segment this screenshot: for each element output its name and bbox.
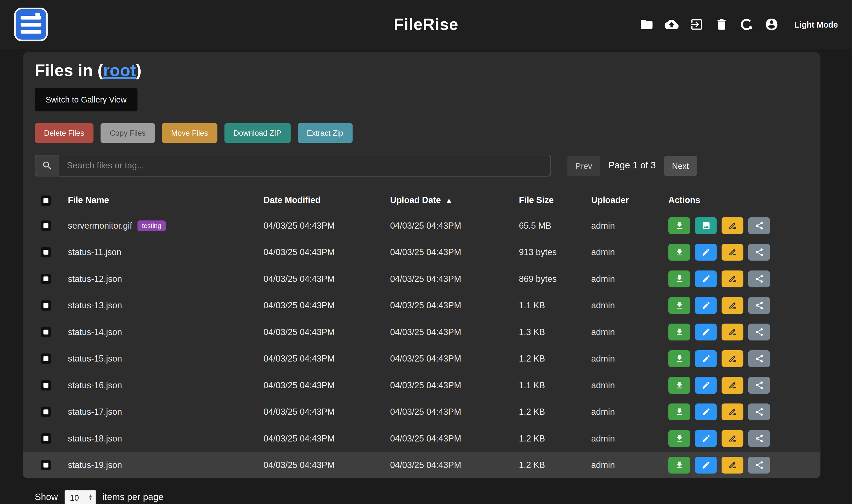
share-button[interactable] — [748, 457, 770, 473]
edit-button[interactable] — [695, 377, 717, 394]
download-button[interactable] — [668, 457, 690, 473]
date-modified-cell: 04/03/25 04:43PM — [263, 380, 390, 390]
usage-icon[interactable] — [739, 17, 754, 32]
row-checkbox[interactable] — [41, 380, 51, 391]
delete-files-button[interactable]: Delete Files — [35, 123, 93, 143]
trash-icon[interactable] — [714, 17, 729, 32]
download-button[interactable] — [668, 403, 690, 420]
rename-button[interactable] — [721, 430, 743, 447]
edit-button[interactable] — [695, 297, 717, 314]
items-per-page-select[interactable]: 10 ▲▼ — [65, 490, 96, 504]
row-checkbox[interactable] — [41, 353, 51, 364]
rename-button[interactable] — [721, 403, 743, 420]
select-all-checkbox[interactable] — [41, 195, 51, 205]
row-checkbox[interactable] — [41, 460, 51, 470]
download-button[interactable] — [668, 244, 690, 261]
next-page-button[interactable]: Next — [664, 156, 697, 176]
header-date-modified[interactable]: Date Modified — [263, 195, 390, 205]
header-uploader[interactable]: Uploader — [591, 195, 668, 205]
items-per-page-label: items per page — [103, 492, 164, 503]
edit-button[interactable] — [695, 350, 717, 367]
logout-icon[interactable] — [689, 17, 703, 32]
share-button[interactable] — [748, 430, 770, 447]
file-name[interactable]: status-19.json — [68, 460, 122, 470]
edit-button[interactable] — [695, 244, 717, 261]
file-name[interactable]: status-13.json — [68, 301, 122, 310]
file-name[interactable]: status-16.json — [68, 380, 122, 390]
share-button[interactable] — [748, 270, 770, 287]
share-button[interactable] — [748, 403, 770, 420]
file-name[interactable]: status-12.json — [68, 274, 122, 284]
header-file-size[interactable]: File Size — [519, 195, 591, 205]
rename-button[interactable] — [721, 297, 743, 314]
download-button[interactable] — [668, 377, 690, 394]
table-row: status-19.json 04/03/25 04:43PM 04/03/25… — [23, 452, 820, 479]
cloud-upload-icon[interactable] — [664, 17, 679, 32]
row-checkbox[interactable] — [41, 247, 51, 257]
file-name[interactable]: status-17.json — [68, 407, 122, 417]
file-size-cell: 1.1 KB — [519, 301, 591, 310]
row-checkbox[interactable] — [41, 300, 51, 310]
prev-page-button[interactable]: Prev — [567, 156, 600, 176]
date-modified-cell: 04/03/25 04:43PM — [263, 460, 390, 470]
rename-button[interactable] — [721, 244, 743, 261]
row-checkbox[interactable] — [41, 407, 51, 417]
table-row: status-12.json 04/03/25 04:43PM 04/03/25… — [23, 266, 820, 292]
table-row: status-16.json 04/03/25 04:43PM 04/03/25… — [23, 372, 820, 399]
header-actions: Actions — [668, 195, 820, 205]
row-checkbox[interactable] — [41, 433, 51, 444]
search-input[interactable] — [58, 155, 551, 177]
share-button[interactable] — [748, 297, 770, 314]
share-button[interactable] — [748, 377, 770, 394]
edit-button[interactable] — [695, 403, 717, 420]
download-button[interactable] — [668, 430, 690, 447]
account-icon[interactable] — [764, 17, 779, 32]
stepper-arrows-icon: ▲▼ — [88, 494, 93, 501]
share-button[interactable] — [748, 350, 770, 367]
root-folder-link[interactable]: root — [103, 61, 136, 80]
edit-button[interactable] — [695, 457, 717, 473]
rename-button[interactable] — [721, 217, 743, 234]
row-checkbox[interactable] — [41, 274, 51, 284]
edit-button[interactable] — [695, 430, 717, 447]
rename-button[interactable] — [721, 457, 743, 473]
copy-files-button[interactable]: Copy Files — [101, 123, 155, 143]
uploader-cell: admin — [591, 274, 668, 284]
file-name[interactable]: status-11.json — [68, 247, 121, 257]
row-checkbox[interactable] — [41, 327, 51, 337]
row-checkbox[interactable] — [41, 220, 51, 231]
search-icon[interactable] — [35, 155, 58, 177]
pagination: Prev Page 1 of 3 Next — [567, 156, 697, 176]
folder-icon[interactable] — [639, 17, 654, 32]
search-box — [35, 155, 551, 177]
logo-dot — [35, 13, 40, 16]
extract-zip-button[interactable]: Extract Zip — [297, 123, 352, 143]
header-upload-date[interactable]: Upload Date ▲ — [390, 195, 519, 205]
file-name[interactable]: status-14.json — [68, 327, 122, 337]
move-files-button[interactable]: Move Files — [162, 123, 217, 143]
file-name[interactable]: status-15.json — [68, 354, 122, 363]
light-mode-toggle[interactable]: Light Mode — [795, 20, 838, 29]
rename-button[interactable] — [721, 377, 743, 394]
download-zip-button[interactable]: Download ZIP — [224, 123, 291, 143]
rename-button[interactable] — [721, 324, 743, 340]
share-button[interactable] — [748, 217, 770, 234]
rename-button[interactable] — [721, 350, 743, 367]
share-button[interactable] — [748, 244, 770, 261]
header-file-name[interactable]: File Name — [68, 195, 263, 205]
download-button[interactable] — [668, 350, 690, 367]
share-button[interactable] — [748, 324, 770, 340]
preview-image-button[interactable] — [695, 217, 717, 234]
app-logo-icon[interactable] — [14, 7, 48, 41]
edit-button[interactable] — [695, 270, 717, 287]
download-button[interactable] — [668, 217, 690, 234]
switch-gallery-view-button[interactable]: Switch to Gallery View — [35, 88, 137, 111]
download-button[interactable] — [668, 297, 690, 314]
download-button[interactable] — [668, 324, 690, 340]
file-name[interactable]: status-18.json — [68, 434, 122, 444]
download-button[interactable] — [668, 270, 690, 287]
rename-button[interactable] — [721, 270, 743, 287]
edit-button[interactable] — [695, 324, 717, 340]
file-name[interactable]: servermonitor.gif — [68, 221, 132, 231]
table-row: status-14.json 04/03/25 04:43PM 04/03/25… — [23, 319, 820, 345]
